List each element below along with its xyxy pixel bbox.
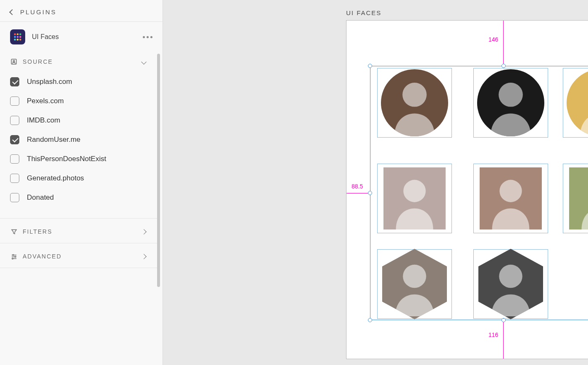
resize-handle[interactable]: [501, 64, 506, 68]
source-label: RandomUser.me: [27, 136, 81, 144]
panel-title: PLUGINS: [20, 8, 57, 16]
svg-point-3: [14, 36, 16, 38]
panel-body: SOURCE Unsplash.comPexels.comIMDB.comRan…: [0, 52, 163, 365]
avatar-circle[interactable]: [381, 69, 448, 136]
plugin-name: UI Faces: [32, 33, 136, 41]
artboard-label[interactable]: UI FACES: [346, 9, 381, 16]
scrollbar[interactable]: [157, 54, 160, 287]
source-item[interactable]: Generated.photos: [8, 169, 155, 188]
measure-bottom: 116: [488, 331, 498, 338]
avatar-hex[interactable]: [382, 249, 447, 319]
plugin-row[interactable]: UI Faces: [0, 22, 163, 52]
checkbox[interactable]: [10, 77, 19, 86]
resize-handle[interactable]: [368, 191, 372, 195]
section-advanced-label: ADVANCED: [23, 253, 137, 260]
svg-point-18: [499, 83, 523, 107]
section-advanced[interactable]: ADVANCED: [0, 247, 158, 264]
svg-point-7: [17, 39, 18, 40]
svg-point-10: [13, 60, 15, 62]
source-label: ThisPersonDoesNotExist: [27, 155, 106, 163]
checkbox[interactable]: [10, 116, 19, 125]
avatar-square[interactable]: [569, 167, 588, 229]
guide-top: [503, 21, 504, 66]
guide-left: [346, 193, 370, 193]
chevron-right-icon: [141, 229, 147, 235]
sliders-icon: [10, 253, 18, 260]
checkbox[interactable]: [10, 135, 19, 144]
avatar-cell[interactable]: [473, 249, 548, 319]
avatar-cell[interactable]: [563, 164, 588, 233]
resize-handle[interactable]: [368, 318, 372, 322]
section-source[interactable]: SOURCE: [0, 52, 158, 70]
more-icon[interactable]: [143, 36, 152, 38]
source-item[interactable]: IMDB.com: [8, 111, 155, 130]
design-canvas[interactable]: UI FACES 146 88.5 158 116: [163, 0, 588, 365]
panel-header: PLUGINS: [0, 0, 163, 22]
svg-point-5: [19, 36, 21, 38]
checkbox[interactable]: [10, 154, 19, 164]
avatar-cell[interactable]: [377, 164, 452, 233]
source-item[interactable]: RandomUser.me: [8, 130, 155, 149]
guide-bottom: [503, 320, 504, 359]
svg-point-24: [499, 265, 522, 288]
source-item[interactable]: Pexels.com: [8, 91, 155, 111]
svg-point-20: [403, 180, 425, 202]
checkbox[interactable]: [10, 96, 19, 106]
svg-point-16: [12, 258, 13, 259]
svg-point-21: [499, 180, 522, 202]
back-icon[interactable]: [9, 9, 15, 15]
source-icon: [10, 58, 18, 65]
measure-top: 146: [488, 36, 498, 43]
resize-handle[interactable]: [368, 64, 372, 68]
avatar-hex[interactable]: [478, 249, 543, 319]
source-item[interactable]: ThisPersonDoesNotExist: [8, 149, 155, 169]
checkbox[interactable]: [10, 174, 19, 183]
divider: [0, 243, 158, 243]
plugins-panel: PLUGINS UI Faces SOURCE Unsplash.comPexe…: [0, 0, 163, 365]
svg-point-2: [19, 33, 21, 35]
svg-point-6: [14, 39, 16, 40]
source-label: Unsplash.com: [27, 78, 72, 86]
avatar-square[interactable]: [480, 167, 542, 229]
section-filters[interactable]: FILTERS: [0, 222, 158, 240]
svg-point-8: [19, 39, 21, 40]
avatar-circle[interactable]: [477, 69, 544, 136]
divider: [0, 268, 158, 268]
chevron-down-icon: [141, 59, 147, 65]
svg-point-12: [12, 254, 13, 256]
measure-left: 88.5: [352, 183, 363, 190]
avatar-cell[interactable]: [377, 68, 452, 138]
selection-box[interactable]: [370, 66, 588, 320]
avatar-cell[interactable]: [473, 164, 548, 233]
source-item[interactable]: Unsplash.com: [8, 72, 155, 91]
svg-point-23: [403, 265, 426, 288]
avatar-cell[interactable]: [473, 68, 548, 138]
section-source-label: SOURCE: [23, 58, 137, 65]
svg-point-0: [14, 33, 16, 35]
divider: [0, 218, 158, 219]
avatar-cell[interactable]: [377, 249, 452, 319]
avatar-cell[interactable]: [563, 68, 588, 138]
filter-icon: [10, 228, 18, 235]
section-filters-label: FILTERS: [23, 228, 137, 235]
source-label: Generated.photos: [27, 174, 84, 182]
source-label: Donated: [27, 193, 54, 202]
svg-point-1: [17, 33, 18, 35]
source-list: Unsplash.comPexels.comIMDB.comRandomUser…: [0, 70, 158, 215]
source-label: IMDB.com: [27, 116, 60, 125]
source-item[interactable]: Donated: [8, 188, 155, 207]
plugin-app-icon: [10, 29, 25, 44]
svg-point-14: [14, 256, 16, 257]
checkbox[interactable]: [10, 193, 19, 202]
svg-point-4: [17, 36, 18, 38]
svg-point-17: [402, 83, 427, 107]
chevron-right-icon: [141, 254, 147, 259]
source-label: Pexels.com: [27, 97, 64, 105]
avatar-circle[interactable]: [567, 69, 588, 136]
avatar-square[interactable]: [383, 167, 446, 229]
